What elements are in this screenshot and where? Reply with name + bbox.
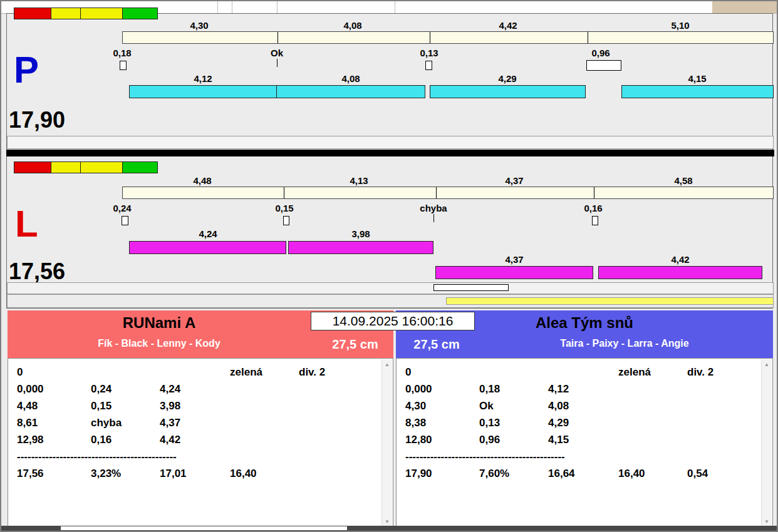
check-label: 0,24	[85, 203, 160, 213]
scroll-up-icon[interactable]: ▲	[762, 362, 772, 367]
result-cell: 0,000	[405, 383, 479, 396]
scroll-down-icon[interactable]: ▼	[762, 519, 772, 524]
yellow-light-icon	[81, 8, 123, 19]
total-cell: 16,64	[548, 468, 618, 480]
red-light-icon	[14, 162, 51, 173]
progress-marker-box	[433, 284, 509, 291]
result-cell: 4,08	[548, 400, 618, 412]
run-time-label: 4,29	[470, 73, 545, 84]
results-panel-right: 0 zelená div. 2 0,000 0,18 4,12 4,30 Ok …	[396, 358, 773, 528]
fault-marker-box	[592, 216, 598, 225]
bottom-status-box	[61, 526, 347, 530]
check-label: Ok	[239, 48, 314, 58]
result-cell: 0,15	[91, 400, 160, 412]
results-panel-left: 0 zelená div. 2 0,000 0,24 4,24 4,48 0,1…	[8, 358, 393, 528]
result-cell: 12,98	[17, 434, 91, 446]
run-time-label: 4,15	[660, 73, 735, 84]
segment-divider	[430, 32, 430, 43]
error-tick-icon	[433, 214, 434, 222]
segment-divider	[284, 187, 284, 198]
start-lights-p	[14, 8, 158, 19]
result-cell: Ok	[479, 400, 548, 412]
jump-height: 27,5 cm	[319, 337, 391, 352]
run-time-label: 4,37	[477, 254, 552, 265]
scrollbar[interactable]: ▲ ▼	[761, 359, 772, 527]
yellow-light-icon	[51, 8, 81, 19]
start-lights-l	[14, 161, 158, 173]
lane-p-footer-strip	[7, 136, 774, 149]
check-label: 0,13	[392, 48, 467, 58]
toolbar-right-panel	[712, 1, 777, 13]
result-cell: 4,42	[160, 434, 230, 446]
yellow-light-icon	[51, 162, 81, 173]
green-light-icon	[123, 8, 157, 19]
yellow-light-icon	[81, 162, 123, 173]
segment-divider	[436, 187, 437, 198]
total-cell: 16,40	[230, 468, 299, 480]
result-cell: 0	[17, 366, 91, 379]
run-bar	[621, 85, 774, 98]
result-cell: 8,61	[17, 417, 91, 429]
result-row: 0,000 0,18 4,12	[405, 381, 760, 397]
run-bar	[430, 85, 586, 98]
result-cell: 0,16	[91, 434, 160, 446]
split-bar-l	[122, 187, 774, 199]
split-time-label: 4,30	[162, 20, 237, 31]
check-label: 0,96	[563, 48, 638, 58]
fault-marker-box	[283, 216, 289, 225]
team-name: RUNami A	[8, 314, 311, 332]
team-dogs: Fík - Black - Lenny - Kody	[8, 338, 311, 349]
lane-letter-l: L	[15, 205, 38, 243]
total-cell: 16,40	[618, 468, 687, 480]
split-time-label: 4,37	[477, 175, 552, 186]
run-bar	[129, 85, 277, 98]
split-bar-p	[122, 31, 774, 44]
totals-row: 17,56 3,23% 17,01 16,40	[17, 465, 380, 482]
check-label: 0,18	[85, 48, 160, 58]
toolbar-separator	[217, 1, 218, 13]
result-cell: 3,98	[160, 400, 230, 412]
clock: 14.09.2025 16:00:16	[311, 312, 475, 330]
result-row: 8,61 chyba 4,37	[17, 414, 380, 431]
total-cell: 0,54	[687, 468, 760, 480]
result-cell: 4,15	[548, 434, 618, 446]
split-time-label: 4,13	[321, 175, 397, 186]
total-cell: 7,60%	[479, 468, 548, 480]
app-window: 4,30 4,08 4,42 5,10 0,18 Ok 0,13 0,96 4,…	[0, 0, 778, 532]
scrollbar[interactable]: ▲ ▼	[381, 359, 392, 527]
results-rows: 0 zelená div. 2 0,000 0,18 4,12 4,30 Ok …	[397, 359, 772, 482]
scroll-up-icon[interactable]: ▲	[382, 362, 392, 367]
toolbar-separator	[277, 1, 277, 13]
result-cell: 4,48	[17, 400, 91, 412]
run-time-label: 4,12	[165, 73, 241, 84]
result-cell: 4,29	[548, 417, 618, 429]
red-light-icon	[14, 8, 51, 19]
result-row: 0 zelená div. 2	[17, 364, 380, 381]
run-bar	[276, 85, 425, 98]
result-cell: 0,000	[17, 383, 91, 396]
result-cell: 4,30	[405, 400, 479, 412]
result-row: 0,000 0,24 4,24	[17, 381, 380, 397]
result-cell: 4,12	[548, 383, 618, 396]
result-cell: 0,96	[479, 434, 548, 446]
split-time-label: 5,10	[643, 20, 718, 31]
result-cell: zelená	[618, 366, 687, 379]
run-bar	[129, 241, 286, 254]
lane-l-footer-strip	[7, 282, 774, 294]
fault-marker-box	[122, 216, 128, 225]
run-bar	[288, 241, 433, 254]
check-label: 0,16	[556, 203, 631, 213]
result-cell: 0,18	[479, 383, 548, 396]
check-label: chyba	[396, 203, 471, 213]
lane-total-p: 17,90	[9, 109, 65, 131]
result-cell: 12,80	[405, 434, 479, 446]
check-label: 0,15	[247, 203, 322, 213]
run-bar	[598, 266, 762, 279]
toolbar-separator	[395, 1, 395, 13]
run-time-label: 3,98	[323, 228, 398, 239]
run-time-label: 4,42	[643, 254, 718, 265]
result-row: 0 zelená div. 2	[405, 364, 760, 381]
result-row: 4,30 Ok 4,08	[405, 397, 760, 414]
result-cell: 4,24	[160, 383, 230, 396]
scroll-down-icon[interactable]: ▼	[382, 519, 392, 524]
